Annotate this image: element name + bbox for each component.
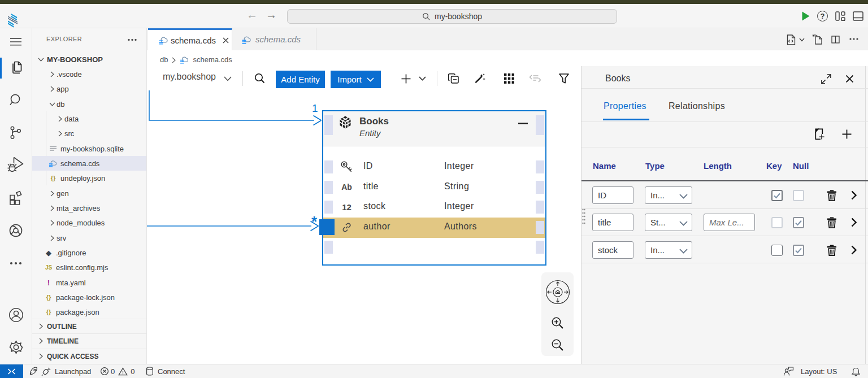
svg-text:*: * xyxy=(311,213,318,230)
svg-text:1: 1 xyxy=(312,102,318,114)
